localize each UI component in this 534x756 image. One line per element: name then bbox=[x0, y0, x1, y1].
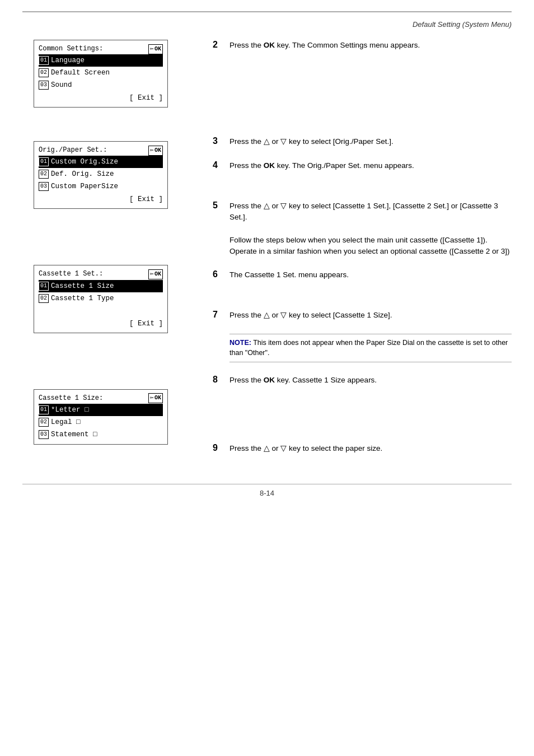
lcd-row-4-1: 01 *Letter □ bbox=[39, 404, 163, 416]
lcd-row-4-2: 02 Legal □ bbox=[39, 416, 163, 428]
ok-indicator-1: ⇦OK bbox=[148, 44, 163, 54]
step-5-num: 5 bbox=[213, 200, 229, 211]
ok-indicator-3: ⇦OK bbox=[148, 269, 163, 279]
lcd-row-2-3: 03 Custom PaperSize bbox=[39, 180, 163, 193]
step-8-text: Press the OK key. Cassette 1 Size appear… bbox=[229, 375, 512, 386]
lcd-exit-3: [ Exit ] bbox=[39, 318, 163, 329]
ok-indicator-4: ⇦OK bbox=[148, 393, 163, 403]
step-5-block: 5 Press the △ or ▽ key to select [Casset… bbox=[213, 200, 512, 257]
step-4-text: Press the OK key. The Orig./Paper Set. m… bbox=[229, 160, 512, 171]
lcd-screen-cassette1-size: Cassette 1 Size: ⇦OK 01 *Letter □ 02 Leg… bbox=[34, 389, 168, 445]
step-4-num: 4 bbox=[213, 160, 229, 170]
lcd-exit-1: [ Exit ] bbox=[39, 92, 163, 104]
lcd-row-3-2: 02 Cassette 1 Type bbox=[39, 292, 163, 305]
note-block: NOTE: This item does not appear when the… bbox=[229, 334, 512, 363]
page-footer: 8-14 bbox=[22, 484, 512, 497]
step-7-text: Press the △ or ▽ key to select [Cassette… bbox=[229, 310, 512, 321]
align-spacer-2 bbox=[213, 184, 512, 200]
lcd-title-4: Cassette 1 Size: bbox=[39, 393, 103, 404]
note-text: This item does not appear when the Paper… bbox=[229, 339, 508, 357]
lcd-row-1-3: 03 Sound bbox=[39, 79, 163, 91]
lcd-row-1-1: 01 Language bbox=[39, 54, 163, 67]
step-5-text: Press the △ or ▽ key to select [Cassette… bbox=[229, 200, 512, 257]
step-3-text: Press the △ or ▽ key to select [Orig./Pa… bbox=[229, 136, 512, 147]
lcd-row-3-empty bbox=[39, 305, 163, 317]
main-content: Common Settings: ⇦OK 01 Language 02 Defa… bbox=[22, 40, 512, 467]
step-3-block: 3 Press the △ or ▽ key to select [Orig./… bbox=[213, 136, 512, 147]
step-7-block: 7 Press the △ or ▽ key to select [Casset… bbox=[213, 310, 512, 321]
ok-indicator-2: ⇦OK bbox=[148, 146, 163, 156]
lcd-row-1-2: 02 Default Screen bbox=[39, 67, 163, 79]
step-2-text: Press the OK key. The Common Settings me… bbox=[229, 40, 512, 51]
page-number: 8-14 bbox=[260, 489, 274, 497]
align-spacer-3 bbox=[213, 293, 512, 310]
step-6-text: The Cassette 1 Set. menu appears. bbox=[229, 269, 512, 281]
step-7-num: 7 bbox=[213, 310, 229, 320]
step-8-num: 8 bbox=[213, 375, 229, 385]
lcd-row-2-1: 01 Custom Orig.Size bbox=[39, 156, 163, 168]
step-4-block: 4 Press the OK key. The Orig./Paper Set.… bbox=[213, 160, 512, 171]
page-header: Default Setting (System Menu) bbox=[22, 18, 512, 29]
align-spacer-1 bbox=[213, 63, 512, 136]
step-6-num: 6 bbox=[213, 269, 229, 279]
step-2-num: 2 bbox=[213, 40, 229, 50]
lcd-screen-common-settings: Common Settings: ⇦OK 01 Language 02 Defa… bbox=[34, 40, 168, 108]
lcd-title-row-2: Orig./Paper Set.: ⇦OK bbox=[39, 145, 163, 156]
lcd-title-1: Common Settings: bbox=[39, 44, 103, 54]
lcd-screen-cassette1-set: Cassette 1 Set.: ⇦OK 01 Cassette 1 Size … bbox=[34, 265, 168, 333]
lcd-row-4-3: 03 Statement □ bbox=[39, 428, 163, 441]
step-9-block: 9 Press the △ or ▽ key to select the pap… bbox=[213, 443, 512, 454]
lcd-row-3-1: 01 Cassette 1 Size bbox=[39, 280, 163, 292]
lcd-row-2-2: 02 Def. Orig. Size bbox=[39, 168, 163, 180]
left-column: Common Settings: ⇦OK 01 Language 02 Defa… bbox=[22, 40, 202, 467]
lcd-title-row-4: Cassette 1 Size: ⇦OK bbox=[39, 393, 163, 404]
lcd-screen-orig-paper: Orig./Paper Set.: ⇦OK 01 Custom Orig.Siz… bbox=[34, 141, 168, 209]
lcd-title-row-1: Common Settings: ⇦OK bbox=[39, 44, 163, 54]
align-spacer-4 bbox=[213, 398, 512, 443]
lcd-title-2: Orig./Paper Set.: bbox=[39, 145, 107, 156]
note-label: NOTE: bbox=[229, 339, 251, 347]
header-title: Default Setting (System Menu) bbox=[413, 20, 512, 29]
step-6-block: 6 The Cassette 1 Set. menu appears. bbox=[213, 269, 512, 281]
lcd-title-row-3: Cassette 1 Set.: ⇦OK bbox=[39, 269, 163, 279]
top-border bbox=[22, 11, 512, 12]
right-column: 2 Press the OK key. The Common Settings … bbox=[202, 40, 512, 467]
step-9-text: Press the △ or ▽ key to select the paper… bbox=[229, 443, 512, 454]
step-3-num: 3 bbox=[213, 136, 229, 146]
step-2-block: 2 Press the OK key. The Common Settings … bbox=[213, 40, 512, 51]
page: Default Setting (System Menu) Common Set… bbox=[0, 0, 534, 756]
lcd-exit-2: [ Exit ] bbox=[39, 194, 163, 205]
lcd-title-3: Cassette 1 Set.: bbox=[39, 269, 103, 279]
step-9-num: 9 bbox=[213, 443, 229, 453]
step-8-block: 8 Press the OK key. Cassette 1 Size appe… bbox=[213, 375, 512, 386]
